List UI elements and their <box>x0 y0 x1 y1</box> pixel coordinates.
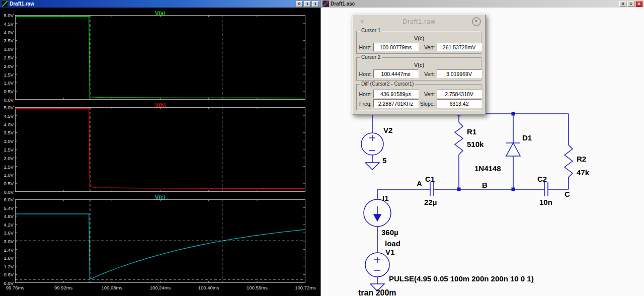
plot-pane-va[interactable] <box>15 15 305 100</box>
c1-capacitor[interactable] <box>430 182 434 196</box>
spice-directive[interactable]: tran 200m <box>358 288 396 296</box>
c1-value-label[interactable]: 22µ <box>424 198 437 206</box>
y-tick-label: 4.8V <box>0 213 14 219</box>
cursor1-horz-field[interactable] <box>373 43 419 51</box>
y-tick-label: 3.5V <box>0 38 14 43</box>
x-tick-label: 99.76ms <box>6 285 24 290</box>
x-tick-label: 100.72ms <box>295 285 316 290</box>
node-label-c[interactable]: C <box>565 190 570 198</box>
close-button[interactable]: 1 <box>312 1 319 7</box>
trace-vc <box>15 214 305 279</box>
ltspice-app: Draft1.raw 0 1 1 V(a) V(b) V(c) 5.0V4.5V… <box>0 0 644 296</box>
waveform-window-buttons: 0 1 1 <box>296 1 319 7</box>
y-tick-label: 2.0V <box>0 63 14 69</box>
schematic-window-icon <box>323 1 329 7</box>
r2-resistor[interactable] <box>565 114 573 189</box>
d1-diode[interactable] <box>506 114 520 189</box>
y-tick-label: 0.6V <box>0 272 14 277</box>
schematic-window-title: Draft1.asc <box>331 1 355 7</box>
node-label-b[interactable]: B <box>482 181 488 189</box>
r1-value-label[interactable]: 510k <box>467 140 484 149</box>
x-tick-label: 100.56ms <box>247 285 268 290</box>
c1-ref-label[interactable]: C1 <box>425 175 435 183</box>
plot-pane-vb[interactable] <box>15 107 305 192</box>
i1-ref-label[interactable]: I1 <box>382 194 389 202</box>
cursor1-group-label: Cursor 1 <box>360 28 382 33</box>
v1-ref-label[interactable]: V1 <box>385 248 394 256</box>
r1-ref-label[interactable]: R1 <box>467 127 476 136</box>
v1-value-label[interactable]: PULSE(4.95 0.05 100m 200n 200n 10 0 1) <box>389 274 534 283</box>
y-tick-label: 2.5V <box>0 147 14 153</box>
plot-frame <box>16 200 305 283</box>
y-tick-label: 2.0V <box>0 156 14 161</box>
y-tick-label: 0.5V <box>0 89 14 94</box>
horz-label: Horz: <box>357 91 372 97</box>
r2-ref-label[interactable]: R2 <box>577 155 586 163</box>
r2-value-label[interactable]: 47k <box>577 168 590 177</box>
i1-extra-label[interactable]: load <box>385 239 400 248</box>
c2-capacitor[interactable] <box>544 182 548 196</box>
cursor-dialog-titlebar[interactable]: ∨ Draft1.raw ✕ <box>353 15 485 28</box>
waveform-titlebar[interactable]: Draft1.raw 0 1 1 <box>0 0 320 8</box>
minimize-button[interactable]: 0 <box>619 1 626 7</box>
cursor-dialog-title: Draft1.raw <box>403 18 435 25</box>
diff-freq-field[interactable] <box>373 99 419 108</box>
y-tick-label: 5.4V <box>0 205 14 211</box>
collapse-icon[interactable]: ∨ <box>360 18 365 25</box>
y-tick-label: 4.5V <box>0 113 14 119</box>
vert-label: Vert: <box>420 71 435 77</box>
c2-ref-label[interactable]: C2 <box>537 175 547 183</box>
y-tick-label: 0.0V <box>0 97 14 103</box>
v2-voltage-source[interactable] <box>361 114 383 170</box>
maximize-button[interactable]: 1 <box>627 1 634 7</box>
schematic-titlebar[interactable]: Draft1.asc 0 1 X <box>321 0 644 8</box>
cursor2-signal: V(c) <box>359 62 479 68</box>
maximize-button[interactable]: 1 <box>304 1 311 7</box>
minimize-button[interactable]: 0 <box>296 1 303 7</box>
close-icon[interactable]: ✕ <box>472 17 481 26</box>
cursor2-vert-field[interactable] <box>437 69 482 78</box>
x-tick-label: 99.92ms <box>54 285 72 290</box>
c2-value-label[interactable]: 10n <box>539 198 552 206</box>
diff-slope-field[interactable] <box>437 99 482 108</box>
v2-value-label[interactable]: 5 <box>382 156 386 165</box>
plot-frame <box>16 108 305 192</box>
trace-va <box>15 16 305 98</box>
y-tick-label: 4.5V <box>0 21 14 27</box>
horz-label: Horz: <box>357 71 372 77</box>
r1-resistor[interactable] <box>455 114 463 189</box>
node-label-a[interactable]: A <box>417 179 422 188</box>
cursor1-signal: V(c) <box>359 35 479 42</box>
ground-symbol <box>365 163 379 170</box>
v2-ref-label[interactable]: V2 <box>383 126 392 134</box>
d1-ref-label[interactable]: D1 <box>522 133 532 142</box>
plot-pane-vc[interactable] <box>15 199 305 283</box>
cursor2-horz-field[interactable] <box>373 69 419 78</box>
x-tick-label: 100.08ms <box>101 285 122 290</box>
d1-value-label[interactable]: 1N4148 <box>474 164 501 173</box>
close-button[interactable]: X <box>635 1 642 7</box>
y-tick-label: 1.5V <box>0 164 14 170</box>
y-tick-label: 3.6V <box>0 230 14 236</box>
diff-group: Diff (Cursor2 - Cursor1) Horz: Vert: Fre… <box>356 84 482 111</box>
cursor1-vert-field[interactable] <box>437 43 482 51</box>
slope-label: Slope: <box>420 101 435 107</box>
v1-voltage-source[interactable] <box>365 253 389 291</box>
y-tick-label: 2.5V <box>0 55 14 60</box>
plot-frame <box>16 16 305 100</box>
diff-horz-field[interactable] <box>373 90 419 98</box>
trace-vb <box>15 108 305 188</box>
cursor-dialog: ∨ Draft1.raw ✕ Cursor 1 V(c) Horz: Vert:… <box>352 14 486 115</box>
y-tick-label: 1.2V <box>0 264 14 269</box>
y-tick-label: 1.0V <box>0 80 14 86</box>
y-tick-label: 2.4V <box>0 247 14 253</box>
y-tick-label: 4.0V <box>0 30 14 35</box>
waveform-plot-area: V(a) V(b) V(c) 5.0V4.5V4.0V3.5V3.0V2.5V2… <box>0 8 320 296</box>
freq-label: Freq: <box>357 101 372 107</box>
schematic-window: Draft1.asc 0 1 X <box>321 0 644 296</box>
diff-vert-field[interactable] <box>437 90 482 98</box>
vert-label: Vert: <box>420 44 435 50</box>
wire-junctions <box>457 112 515 191</box>
i1-value-label[interactable]: 360µ <box>381 228 398 237</box>
cursor2-group-label: Cursor 2 <box>360 54 382 60</box>
